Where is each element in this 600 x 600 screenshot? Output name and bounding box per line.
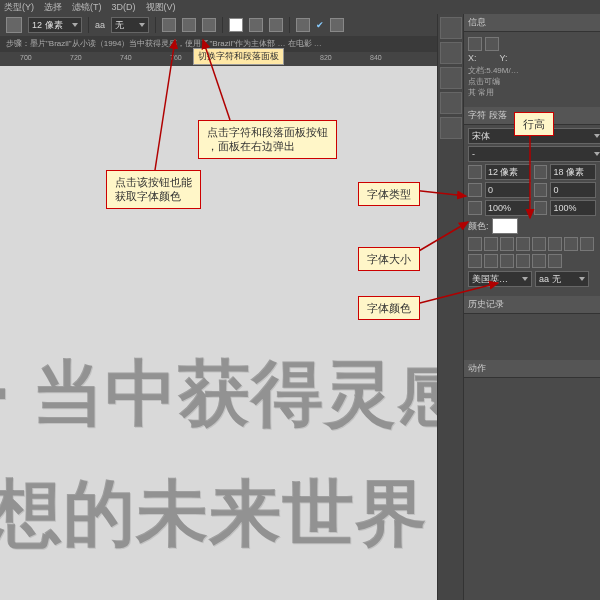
paint-icon (485, 37, 499, 51)
ot-icon[interactable] (500, 254, 514, 268)
history-panel (464, 313, 600, 360)
actions-panel (464, 377, 600, 414)
dock-icon[interactable] (440, 92, 462, 114)
kerning-input[interactable]: 0 (485, 182, 531, 198)
aa-label: aa (95, 20, 105, 30)
dock-icon[interactable] (440, 42, 462, 64)
callout-leading: 行高 (514, 112, 554, 136)
info-tab[interactable]: 信息 (464, 14, 600, 31)
hscale-input[interactable]: 100% (550, 200, 596, 216)
superscript-icon[interactable] (532, 237, 546, 251)
callout-font-size: 字体大小 (358, 247, 420, 271)
ot-icon[interactable] (484, 254, 498, 268)
callout-color-pick: 点击该按钮也能 获取字体颜色 (106, 170, 201, 209)
font-size-input[interactable]: 12 像素 (485, 164, 531, 180)
smallcaps-icon[interactable] (516, 237, 530, 251)
callout-font-family: 字体类型 (358, 182, 420, 206)
tooltip: 切换字符和段落面板 (193, 48, 284, 65)
ot-icon[interactable] (468, 254, 482, 268)
text-color-swatch[interactable] (229, 18, 243, 32)
menu-item[interactable]: 类型(Y) (4, 1, 34, 14)
y-label: Y: (500, 53, 508, 63)
commit-icon[interactable]: ✔ (316, 20, 324, 30)
aa-value: 无 (115, 19, 124, 32)
dock-icon[interactable] (440, 17, 462, 39)
strike-icon[interactable] (580, 237, 594, 251)
tracking-icon (534, 183, 548, 197)
callout-panel-toggle: 点击字符和段落面板按钮 ，面板在右边弹出 (198, 120, 337, 159)
allcaps-icon[interactable] (500, 237, 514, 251)
vscale-icon (468, 201, 482, 215)
aa-dropdown-panel[interactable]: aa 无 (535, 271, 589, 287)
collapsed-dock (437, 14, 464, 600)
orientation-icon[interactable] (6, 17, 22, 33)
tracking-input[interactable]: 0 (550, 182, 596, 198)
3d-icon[interactable] (330, 18, 344, 32)
x-label: X: (468, 53, 477, 63)
char-panel-toggle-icon[interactable] (269, 18, 283, 32)
text-color-swatch-panel[interactable] (492, 218, 518, 234)
faux-bold-icon[interactable] (468, 237, 482, 251)
align-center-icon[interactable] (182, 18, 196, 32)
hscale-icon (534, 201, 548, 215)
underline-icon[interactable] (564, 237, 578, 251)
eyedropper-icon (468, 37, 482, 51)
actions-tab[interactable]: 动作 (464, 360, 600, 377)
lang-value: 美国英… (472, 273, 508, 286)
font-size-icon (468, 165, 482, 179)
font-style-value: - (472, 149, 475, 159)
color-label: 颜色: (468, 220, 489, 233)
menubar: 类型(Y) 选择 滤镜(T) 3D(D) 视图(V) (0, 0, 600, 14)
dock-icon[interactable] (440, 67, 462, 89)
hint-b: 其 常用 (468, 87, 596, 98)
dock-icon[interactable] (440, 117, 462, 139)
lang-dropdown[interactable]: 美国英… (468, 271, 532, 287)
vscale-input[interactable]: 100% (485, 200, 531, 216)
subscript-icon[interactable] (548, 237, 562, 251)
leading-input[interactable]: 18 像素 (550, 164, 596, 180)
align-left-icon[interactable] (162, 18, 176, 32)
aa-value: aa 无 (539, 273, 561, 286)
character-panel: 宋体 - 12 像素 18 像素 0 0 100% 100% 颜色: (464, 124, 600, 292)
ot-icon[interactable] (548, 254, 562, 268)
right-dock: 信息 X:Y: 文档:5.49M/… 点击可编 其 常用 字符 段落 宋体 - … (463, 14, 600, 600)
cancel-icon[interactable] (296, 18, 310, 32)
ot-icon[interactable] (532, 254, 546, 268)
menu-item[interactable]: 滤镜(T) (72, 1, 102, 14)
hint-a: 点击可编 (468, 76, 596, 87)
menu-item[interactable]: 选择 (44, 1, 62, 14)
callout-font-color: 字体颜色 (358, 296, 420, 320)
font-size-dropdown[interactable]: 12 像素 (28, 17, 82, 33)
font-size-value: 12 像素 (32, 19, 63, 32)
warp-text-icon[interactable] (249, 18, 263, 32)
info-panel: X:Y: 文档:5.49M/… 点击可编 其 常用 (464, 31, 600, 101)
kerning-icon (468, 183, 482, 197)
faux-italic-icon[interactable] (484, 237, 498, 251)
history-tab[interactable]: 历史记录 (464, 296, 600, 313)
menu-item[interactable]: 视图(V) (146, 1, 176, 14)
doc-size: 文档:5.49M/… (468, 65, 596, 76)
aa-dropdown[interactable]: 无 (111, 17, 149, 33)
font-style-dropdown[interactable]: - (468, 146, 600, 162)
menu-item[interactable]: 3D(D) (112, 2, 136, 12)
leading-icon (534, 165, 548, 179)
font-family-value: 宋体 (472, 130, 490, 143)
align-right-icon[interactable] (202, 18, 216, 32)
ot-icon[interactable] (516, 254, 530, 268)
